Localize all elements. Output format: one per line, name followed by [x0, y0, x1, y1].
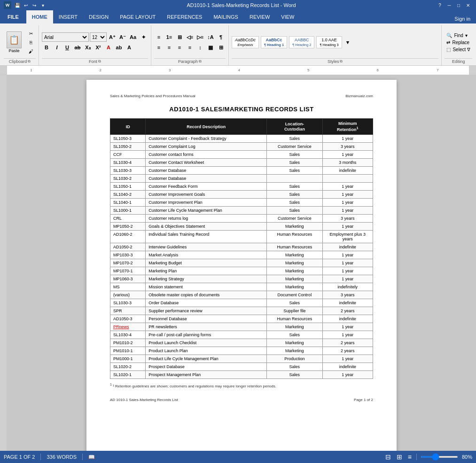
table-row: PRnewsPR newslettersMarketing1 year: [110, 323, 373, 331]
styles-expand-icon[interactable]: ⧉: [340, 59, 343, 64]
highlight-button[interactable]: ab: [114, 43, 124, 52]
cell-7-3: 1 year: [322, 191, 373, 199]
tab-references[interactable]: REFERENCES: [161, 10, 208, 23]
pilcrow-button[interactable]: ¶: [216, 32, 226, 42]
cell-9-1: Customer Life Cycle Management Plan: [146, 207, 267, 215]
quick-customize-btn[interactable]: ▾: [39, 1, 47, 9]
align-left-button[interactable]: ≡: [154, 43, 164, 52]
align-right-button[interactable]: ≡: [175, 43, 184, 52]
multilevel-button[interactable]: ⊞: [175, 32, 184, 42]
cell-15-1: Marketing Budget: [146, 259, 267, 267]
text-color-button[interactable]: A: [104, 43, 113, 52]
maximize-btn[interactable]: □: [454, 1, 463, 9]
cut-button[interactable]: ✂: [26, 29, 36, 38]
minimize-btn[interactable]: ─: [445, 1, 453, 9]
paste-button[interactable]: 📋 Paste: [4, 31, 24, 54]
cell-17-3: 1 year: [322, 275, 373, 283]
view-web-btn[interactable]: ⊞: [396, 452, 403, 462]
cell-13-1: Interview Guidelines: [146, 243, 267, 251]
quick-redo-btn[interactable]: ↪: [30, 1, 39, 9]
cell-16-1: Marketing Plan: [146, 267, 267, 275]
cell-25-1: Product Launch Checklist: [146, 339, 267, 347]
justify-button[interactable]: ≡: [185, 43, 195, 52]
paragraph-content: ≡ 1≡ ⊞ ◁≡ ▷≡ ↕A ¶ ≡ ≡ ≡ ≡ ↕ ▦ ⊞: [154, 26, 226, 58]
subscript-button[interactable]: X₂: [83, 43, 93, 52]
tab-design[interactable]: DESIGN: [83, 10, 114, 23]
view-read-btn[interactable]: ≡: [407, 452, 413, 462]
replace-button[interactable]: ⇄ Replace: [445, 39, 472, 46]
numbering-button[interactable]: 1≡: [164, 32, 174, 42]
align-center-button[interactable]: ≡: [164, 43, 174, 52]
border-button[interactable]: ⊞: [216, 43, 226, 52]
cell-6-0: SL1050-1: [110, 183, 146, 191]
clear-format-button[interactable]: ✦: [139, 32, 148, 42]
style-normal[interactable]: 1.0 AAE¶ Heading 3: [316, 36, 342, 48]
grow-font-button[interactable]: A⁺: [108, 32, 117, 42]
change-case-button[interactable]: Aa: [128, 32, 138, 42]
prnews-link[interactable]: PRnews: [113, 324, 129, 329]
cell-20-3: indefinite: [322, 299, 373, 307]
signin-button[interactable]: Sign in: [449, 14, 476, 23]
tab-view[interactable]: VIEW: [275, 10, 300, 23]
quick-save-btn[interactable]: 💾: [13, 1, 22, 9]
copy-button[interactable]: ⎘: [26, 38, 36, 46]
table-row: CCFCustomer contact formsSales1 year: [110, 151, 373, 159]
view-print-btn[interactable]: ⊟: [384, 452, 392, 462]
superscript-button[interactable]: X²: [94, 43, 103, 52]
cell-9-3: 1 year: [322, 207, 373, 215]
shading-button[interactable]: A: [125, 43, 134, 52]
cell-7-2: Sales: [267, 191, 322, 199]
format-painter-button[interactable]: 🖌: [26, 47, 36, 55]
style-heading2[interactable]: AABBC¶ Heading 2: [289, 36, 314, 48]
cell-27-0: PM1000-1: [110, 355, 146, 363]
th-desc: Record Description: [146, 119, 267, 135]
proofing-icon: 📖: [88, 454, 95, 460]
underline-button[interactable]: U: [62, 43, 72, 52]
table-row: PM1010-1Product Launch PlanMarketing2 ye…: [110, 347, 373, 355]
tab-pagelayout[interactable]: PAGE LAYOUT: [114, 10, 161, 23]
window-title: AD1010-1 Sales-Marketing Records List - …: [47, 2, 436, 8]
bold-button[interactable]: B: [42, 43, 51, 52]
select-button[interactable]: ⬚ Select ᐁ: [445, 46, 472, 53]
italic-button[interactable]: I: [52, 43, 62, 52]
clipboard-expand-icon[interactable]: ⧉: [28, 59, 31, 64]
font-size-select[interactable]: 12: [90, 32, 107, 42]
cell-11-3: 1 year: [322, 223, 373, 231]
font-row2: B I U ab X₂ X² A ab A: [42, 43, 148, 52]
cell-6-1: Customer Feedback Form: [146, 183, 267, 191]
font-expand-icon[interactable]: ⧉: [98, 59, 101, 64]
cell-21-0: SPR: [110, 307, 146, 315]
help-btn[interactable]: ?: [436, 1, 444, 9]
paragraph-expand-icon[interactable]: ⧉: [199, 59, 202, 64]
styles-expand-btn[interactable]: ▾: [343, 38, 352, 47]
font-family-select[interactable]: Arial: [42, 32, 89, 42]
font-label: Font ⧉: [42, 58, 148, 64]
shrink-font-button[interactable]: A⁻: [118, 32, 127, 42]
style-emphasis[interactable]: AaBbCcDcEmphasis: [232, 36, 259, 48]
style-heading1[interactable]: AaBbCc¶ Heading 1: [261, 36, 287, 48]
find-button[interactable]: 🔍 Find ▾: [445, 32, 472, 39]
tab-review[interactable]: REVIEW: [244, 10, 275, 23]
cell-2-2: Sales: [267, 151, 322, 159]
document-area[interactable]: Sales & Marketing Policies and Procedure…: [7, 75, 476, 451]
cell-12-1: Individual Sales Training Record: [146, 231, 267, 243]
styles-group: AaBbCcDcEmphasis AaBbCc¶ Heading 1 AABBC…: [229, 25, 442, 65]
paste-icon: 📋: [7, 31, 22, 48]
cell-29-2: Sales: [267, 371, 322, 379]
tab-file[interactable]: FILE: [0, 10, 26, 23]
tab-mailings[interactable]: MAILINGS: [208, 10, 244, 23]
sort-button[interactable]: ↕A: [206, 32, 215, 42]
footer-left: AD 1010-1 Sales-Marketing Records List: [110, 398, 178, 402]
line-spacing-button[interactable]: ↕: [195, 43, 205, 52]
quick-undo-btn[interactable]: ↩: [22, 1, 30, 9]
shading-para-button[interactable]: ▦: [206, 43, 215, 52]
close-btn[interactable]: ✕: [464, 1, 472, 9]
bullets-button[interactable]: ≡: [154, 32, 164, 42]
decrease-indent-button[interactable]: ◁≡: [185, 32, 195, 42]
tab-home[interactable]: HOME: [26, 10, 53, 23]
zoom-slider[interactable]: [421, 456, 458, 458]
strikethrough-button[interactable]: ab: [73, 43, 82, 52]
paste-label: Paste: [8, 48, 19, 53]
increase-indent-button[interactable]: ▷≡: [195, 32, 205, 42]
tab-insert[interactable]: INSERT: [53, 10, 83, 23]
